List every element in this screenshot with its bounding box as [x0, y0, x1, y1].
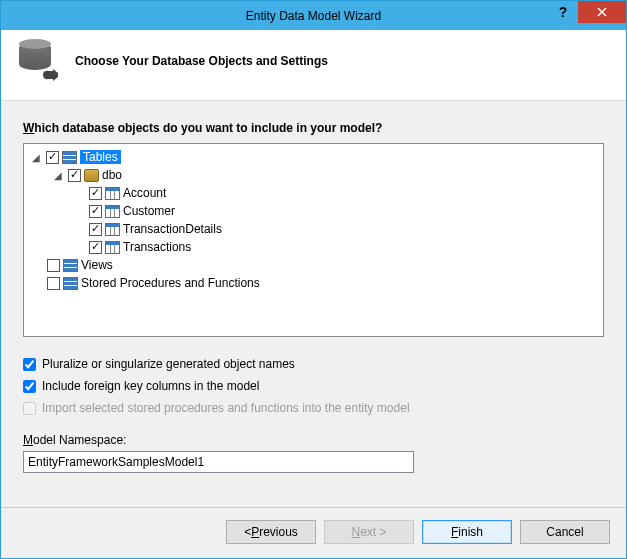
tree-node-schema[interactable]: ◢ dbo	[28, 166, 599, 184]
header-title: Choose Your Database Objects and Setting…	[75, 54, 328, 68]
tree-label: Tables	[80, 150, 121, 164]
tree-node-table[interactable]: TransactionDetails	[28, 220, 599, 238]
close-button[interactable]	[578, 1, 626, 23]
options-group: Pluralize or singularize generated objec…	[23, 353, 604, 419]
collapse-icon[interactable]: ◢	[52, 170, 63, 181]
table-icon	[105, 241, 120, 254]
help-button[interactable]: ?	[548, 1, 578, 23]
next-button: Next >	[324, 520, 414, 544]
table-icon	[105, 223, 120, 236]
window-title: Entity Data Model Wizard	[1, 9, 626, 23]
checkbox-dbo[interactable]	[68, 169, 81, 182]
views-category-icon	[63, 259, 78, 272]
schema-icon	[84, 169, 99, 182]
cancel-button[interactable]: Cancel	[520, 520, 610, 544]
tree-node-table[interactable]: Account	[28, 184, 599, 202]
checkbox-import-sprocs	[23, 402, 36, 415]
tree-label: TransactionDetails	[123, 222, 222, 236]
table-icon	[105, 187, 120, 200]
tree-node-table[interactable]: Transactions	[28, 238, 599, 256]
option-foreign-keys[interactable]: Include foreign key columns in the model	[23, 375, 604, 397]
option-import-sprocs: Import selected stored procedures and fu…	[23, 397, 604, 419]
tree-label: Customer	[123, 204, 175, 218]
titlebar[interactable]: Entity Data Model Wizard ?	[1, 1, 626, 30]
database-icon	[17, 40, 59, 82]
prompt-label: Which database objects do you want to in…	[23, 121, 604, 135]
wizard-window: Entity Data Model Wizard ? Choose Your D…	[0, 0, 627, 559]
table-icon	[105, 205, 120, 218]
previous-button[interactable]: < Previous	[226, 520, 316, 544]
option-pluralize[interactable]: Pluralize or singularize generated objec…	[23, 353, 604, 375]
namespace-label: Model Namespace:	[23, 433, 604, 447]
tree-node-views[interactable]: Views	[28, 256, 599, 274]
tree-label: Views	[81, 258, 113, 272]
tree-label: dbo	[102, 168, 122, 182]
checkbox-table[interactable]	[89, 187, 102, 200]
tree-label: Account	[123, 186, 166, 200]
objects-tree[interactable]: ◢ Tables ◢ dbo Account	[23, 143, 604, 337]
wizard-header: Choose Your Database Objects and Setting…	[1, 30, 626, 101]
namespace-input[interactable]	[23, 451, 414, 473]
tree-node-table[interactable]: Customer	[28, 202, 599, 220]
tree-label: Transactions	[123, 240, 191, 254]
checkbox-views[interactable]	[47, 259, 60, 272]
checkbox-foreign-keys[interactable]	[23, 380, 36, 393]
sprocs-category-icon	[63, 277, 78, 290]
tables-category-icon	[62, 151, 77, 164]
footer-buttons: < Previous Next > Finish Cancel	[1, 507, 626, 558]
content-area: Which database objects do you want to in…	[1, 101, 626, 507]
checkbox-table[interactable]	[89, 205, 102, 218]
collapse-icon[interactable]: ◢	[30, 152, 41, 163]
finish-button[interactable]: Finish	[422, 520, 512, 544]
checkbox-tables[interactable]	[46, 151, 59, 164]
checkbox-sprocs[interactable]	[47, 277, 60, 290]
checkbox-table[interactable]	[89, 241, 102, 254]
tree-label: Stored Procedures and Functions	[81, 276, 260, 290]
tree-node-tables[interactable]: ◢ Tables	[28, 148, 599, 166]
checkbox-table[interactable]	[89, 223, 102, 236]
checkbox-pluralize[interactable]	[23, 358, 36, 371]
tree-node-sprocs[interactable]: Stored Procedures and Functions	[28, 274, 599, 292]
